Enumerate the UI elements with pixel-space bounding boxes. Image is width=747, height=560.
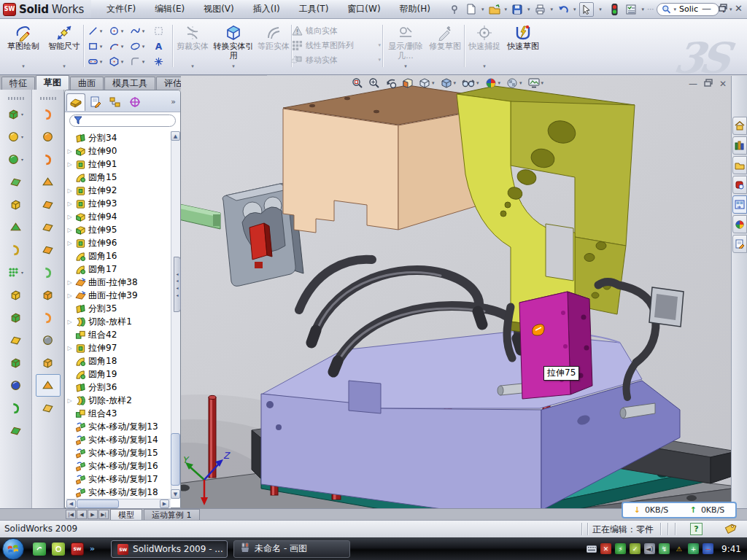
document-tab-1[interactable]: 模型 — [110, 509, 142, 520]
slot-icon[interactable]: ▾ — [85, 54, 106, 69]
dimxpert-manager-tab[interactable] — [125, 93, 144, 111]
start-button[interactable] — [2, 538, 24, 560]
doc-minimize-icon[interactable]: — — [689, 79, 697, 89]
apply-scene-icon[interactable]: ▾ — [506, 77, 523, 89]
linear-pattern-icon[interactable] — [4, 284, 28, 306]
view-orientation-icon[interactable]: ▾ — [419, 77, 436, 89]
boundary-boss-icon[interactable] — [4, 193, 28, 216]
tray-blocked-icon[interactable]: − — [703, 543, 713, 554]
first-tab-icon[interactable]: |◀ — [66, 510, 76, 519]
menu-item[interactable]: 编辑(E) — [145, 0, 194, 18]
expand-arrow-icon[interactable]: ▷ — [66, 227, 73, 233]
feature-manager-tab[interactable] — [66, 93, 85, 111]
tree-item[interactable]: ▷拉伸90 — [66, 144, 170, 158]
tree-item[interactable]: ▷拉伸95 — [66, 223, 170, 236]
last-tab-icon[interactable]: ▶| — [98, 510, 109, 519]
menu-item[interactable]: 视图(V) — [194, 0, 244, 18]
knit-surface-icon[interactable] — [36, 261, 61, 284]
point-icon[interactable] — [148, 54, 169, 69]
tray-antivirus-icon[interactable]: ✕ — [600, 543, 611, 554]
display-style-icon[interactable]: ▾ — [441, 77, 457, 89]
search-scope-dropdown-icon[interactable]: ▾ — [674, 7, 677, 12]
design-library-tab[interactable] — [732, 136, 747, 155]
custom-properties-tab[interactable] — [732, 235, 747, 253]
model-3d-view[interactable]: Y Z X — [181, 76, 731, 508]
planar-surface-icon[interactable] — [36, 216, 61, 238]
command-tab-1[interactable]: 特征 — [1, 77, 35, 90]
scroll-right-icon[interactable]: ▶ — [160, 499, 169, 508]
tree-item[interactable]: 圆角16 — [66, 249, 170, 262]
scroll-left-icon[interactable]: ◀ — [66, 499, 76, 508]
undo-icon[interactable] — [556, 2, 570, 17]
command-tab-3[interactable]: 曲面 — [70, 77, 104, 90]
tree-item[interactable]: ▷切除-放样2 — [66, 394, 170, 407]
taskbar-clock[interactable]: 9:41 — [721, 544, 741, 554]
parting-surface-icon[interactable] — [36, 374, 61, 397]
tag-icon[interactable] — [724, 523, 737, 537]
tree-item[interactable]: ▷切除-放样1 — [66, 315, 170, 328]
extruded-cut-icon[interactable] — [4, 216, 28, 238]
menu-item[interactable]: 插入(I) — [244, 0, 290, 18]
file-explorer-tab[interactable] — [732, 156, 747, 174]
draft-icon[interactable] — [4, 351, 28, 374]
tree-item[interactable]: ▷拉伸92 — [66, 184, 170, 197]
expand-arrow-icon[interactable]: ▷ — [66, 292, 73, 299]
input-method-icon[interactable] — [586, 543, 597, 554]
select-dropdown-icon[interactable]: ▾ — [597, 2, 605, 17]
tray-volume-icon[interactable]: ◄) — [644, 543, 655, 554]
quick-launch-icon-1[interactable] — [33, 542, 46, 556]
tree-item[interactable]: ▷拉伸91 — [66, 158, 170, 171]
tree-item[interactable]: 实体-移动/复制18 — [66, 486, 170, 499]
expand-arrow-icon[interactable]: ▷ — [66, 214, 73, 220]
tree-item[interactable]: 圆角17 — [66, 262, 170, 276]
document-tab-2[interactable]: 运动算例 1 — [144, 509, 200, 520]
solidworks-search-tab[interactable] — [732, 176, 747, 194]
expand-arrow-icon[interactable]: ▷ — [66, 187, 73, 194]
extruded-boss-icon[interactable]: ▾ — [4, 103, 28, 125]
move-entities-button[interactable]: 移动实体 ▾ — [292, 52, 381, 67]
line-icon[interactable]: ▾ — [85, 23, 106, 39]
expand-arrow-icon[interactable]: ▷ — [66, 161, 73, 168]
mirror-entities-button[interactable]: ! 镜向实体 — [292, 23, 381, 38]
expand-arrow-icon[interactable]: ▷ — [66, 397, 73, 404]
quick-launch-icon-2[interactable] — [52, 542, 65, 556]
command-tab-4[interactable]: 模具工具 — [104, 77, 155, 90]
tree-item[interactable]: 圆角18 — [66, 354, 170, 368]
lofted-surface-icon[interactable] — [36, 171, 61, 193]
revolved-cut-icon[interactable]: ▾ — [4, 261, 28, 284]
helix-icon[interactable] — [36, 397, 61, 419]
expand-arrow-icon[interactable]: ▷ — [66, 319, 73, 325]
horizontal-scroll-thumb[interactable] — [77, 499, 119, 508]
net-speed-widget[interactable]: ↓0KB/S ↑0KB/S — [622, 502, 737, 518]
menu-item[interactable]: 文件(F) — [97, 0, 145, 18]
reference-geometry-icon[interactable] — [4, 397, 28, 419]
menu-item[interactable]: 窗口(W) — [338, 0, 390, 18]
tree-item[interactable]: 分割34 — [66, 131, 170, 144]
doc-restore-icon[interactable] — [704, 79, 713, 89]
shell-icon[interactable] — [4, 374, 28, 397]
quick-launch-overflow-icon[interactable]: » — [90, 544, 95, 553]
repair-sketch-button[interactable]: 修复草图 — [427, 21, 462, 71]
tray-network-warning-icon[interactable]: ⚠ — [673, 543, 684, 554]
prev-tab-icon[interactable]: ◀ — [77, 510, 87, 519]
tree-item[interactable]: 实体-移动/复制14 — [66, 433, 170, 446]
tree-item[interactable]: 分割36 — [66, 381, 170, 394]
toolbar-overflow-icon[interactable]: ⋯ — [647, 5, 654, 13]
configuration-manager-tab[interactable] — [106, 93, 125, 111]
expand-arrow-icon[interactable]: ▷ — [66, 148, 73, 155]
expand-arrow-icon[interactable]: ▷ — [66, 201, 73, 207]
sketch-button[interactable]: 草图绘制 ▾ — [4, 21, 42, 71]
offset-entities-button[interactable]: 等距实体 — [257, 21, 290, 71]
next-tab-icon[interactable]: ▶ — [88, 510, 98, 519]
menu-item[interactable]: 工具(T) — [290, 0, 338, 18]
linear-sketch-pattern-button[interactable]: 线性草图阵列 ▾ — [292, 38, 381, 52]
toolbar-grip[interactable] — [8, 97, 24, 100]
rectangle-icon[interactable]: ▾ — [85, 39, 106, 54]
section-view-icon[interactable] — [402, 77, 414, 89]
revolved-surface-icon[interactable] — [36, 125, 61, 148]
expand-arrow-icon[interactable]: ▷ — [66, 240, 73, 246]
command-tab-2[interactable]: 草图 — [36, 75, 69, 90]
minimize-icon[interactable]: — — [702, 3, 711, 14]
dropdown-icon[interactable]: ▾ — [505, 7, 508, 12]
tree-item[interactable]: 实体-移动/复制17 — [66, 472, 170, 486]
